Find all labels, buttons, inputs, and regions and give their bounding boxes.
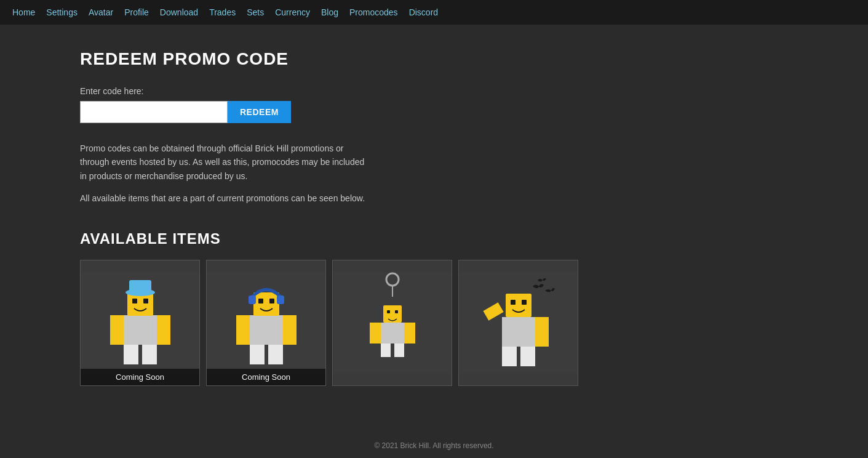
available-items-title: AVAILABLE ITEMS [80,230,788,247]
item-card-4[interactable] [458,260,578,386]
items-grid: Coming Soon [80,260,788,386]
svg-rect-14 [249,295,256,304]
item-image-1 [81,272,199,374]
svg-rect-3 [143,299,148,303]
svg-rect-24 [387,310,390,313]
svg-rect-18 [250,345,265,364]
character-2-svg [226,275,306,371]
navbar: HomeSettingsAvatarProfileDownloadTradesS… [0,0,868,25]
svg-point-20 [386,273,399,286]
item-image-3 [333,272,452,374]
desc-para-2: All available items that are a part of c… [80,191,369,205]
svg-rect-12 [258,299,263,303]
item-card-2[interactable]: Coming Soon [206,260,326,386]
svg-rect-23 [383,305,402,323]
svg-rect-22 [381,323,404,344]
nav-link-settings[interactable]: Settings [46,7,78,17]
svg-rect-36 [502,347,517,366]
svg-rect-35 [535,317,549,347]
svg-rect-26 [370,323,381,344]
svg-rect-2 [132,299,137,303]
svg-rect-6 [110,315,124,345]
nav-link-sets[interactable]: Sets [247,7,264,17]
svg-rect-32 [511,300,516,305]
nav-link-discord[interactable]: Discord [409,7,438,17]
svg-rect-0 [124,315,157,345]
svg-rect-37 [520,347,535,366]
svg-rect-34 [483,302,503,321]
svg-rect-31 [506,294,532,317]
svg-rect-19 [268,345,283,364]
character-3-svg [352,272,432,374]
code-label: Enter code here: [80,86,788,96]
item-card-1[interactable]: Coming Soon [80,260,200,386]
svg-rect-15 [277,295,284,304]
svg-rect-16 [236,315,250,345]
svg-rect-8 [124,345,138,364]
description-block: Promo codes can be obtained through offi… [80,142,369,206]
nav-link-avatar[interactable]: Avatar [89,7,113,17]
svg-rect-17 [283,315,297,345]
desc-para-1: Promo codes can be obtained through offi… [80,142,369,183]
nav-link-profile[interactable]: Profile [124,7,149,17]
svg-rect-10 [250,315,283,345]
svg-rect-9 [142,345,157,364]
item-image-4 [459,272,578,374]
svg-rect-30 [502,317,535,347]
svg-rect-7 [157,315,170,345]
nav-link-promocodes[interactable]: Promocodes [349,7,398,17]
nav-link-download[interactable]: Download [160,7,198,17]
nav-link-blog[interactable]: Blog [321,7,338,17]
page-title: REDEEM PROMO CODE [80,49,788,69]
redeem-button[interactable]: REDEEM [228,101,291,123]
nav-link-trades[interactable]: Trades [209,7,236,17]
item-label-1: Coming Soon [81,369,199,385]
character-4-svg [479,275,559,371]
footer-text: © 2021 Brick Hill. All rights reserved. [374,441,493,450]
item-image-2 [207,272,325,374]
item-card-3[interactable] [332,260,452,386]
nav-links: HomeSettingsAvatarProfileDownloadTradesS… [12,7,449,18]
svg-rect-29 [394,344,404,357]
svg-rect-11 [253,292,279,316]
nav-link-home[interactable]: Home [12,7,35,17]
nav-link-currency[interactable]: Currency [275,7,310,17]
svg-rect-27 [404,323,415,344]
footer: © 2021 Brick Hill. All rights reserved. [0,429,868,458]
svg-rect-33 [522,300,527,305]
character-1-svg [100,275,180,371]
promo-code-input[interactable] [80,101,228,123]
svg-rect-5 [129,280,151,294]
code-row: REDEEM [80,101,788,123]
item-label-2: Coming Soon [207,369,325,385]
svg-rect-13 [269,299,274,303]
svg-rect-28 [381,344,391,357]
main-content: REDEEM PROMO CODE Enter code here: REDEE… [0,25,868,411]
svg-rect-25 [395,310,398,313]
